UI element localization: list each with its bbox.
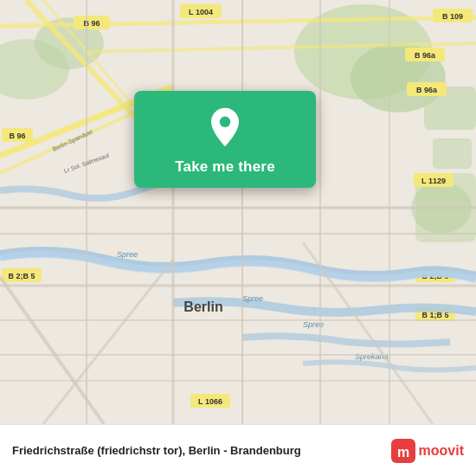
svg-text:B 2;B 5: B 2;B 5 bbox=[8, 272, 35, 280]
svg-text:B 109: B 109 bbox=[442, 12, 463, 21]
svg-text:Spree: Spree bbox=[242, 294, 263, 303]
map-background: B 96 L 1004 B 109 B 96a B 96a L 1129 B 2… bbox=[0, 0, 476, 424]
popup-card[interactable]: Take me there bbox=[134, 91, 316, 188]
svg-text:L 1004: L 1004 bbox=[189, 8, 213, 16]
svg-text:L 1066: L 1066 bbox=[198, 397, 222, 406]
moovit-logo-icon: m bbox=[391, 439, 415, 463]
moovit-logo: m moovit bbox=[391, 439, 464, 463]
svg-text:B 96a: B 96a bbox=[415, 51, 436, 60]
svg-text:Berlin: Berlin bbox=[183, 299, 222, 314]
location-name: Friedrichstraße (friedrichstr tor), Berl… bbox=[12, 444, 301, 457]
svg-text:Spree: Spree bbox=[117, 250, 138, 259]
map-container: B 96 L 1004 B 109 B 96a B 96a L 1129 B 2… bbox=[0, 0, 476, 424]
location-info: Friedrichstraße (friedrichstr tor), Berl… bbox=[12, 444, 301, 457]
svg-text:B 96a: B 96a bbox=[416, 86, 438, 94]
svg-point-58 bbox=[220, 117, 230, 127]
svg-text:m: m bbox=[396, 445, 408, 460]
location-pin-icon bbox=[204, 106, 246, 148]
cta-button-label: Take me there bbox=[175, 158, 275, 176]
svg-rect-8 bbox=[433, 138, 472, 169]
bottom-bar: Friedrichstraße (friedrichstr tor), Berl… bbox=[0, 424, 476, 476]
moovit-logo-text: moovit bbox=[419, 443, 464, 459]
svg-text:B 96: B 96 bbox=[9, 132, 25, 140]
svg-text:L 1129: L 1129 bbox=[421, 177, 446, 185]
